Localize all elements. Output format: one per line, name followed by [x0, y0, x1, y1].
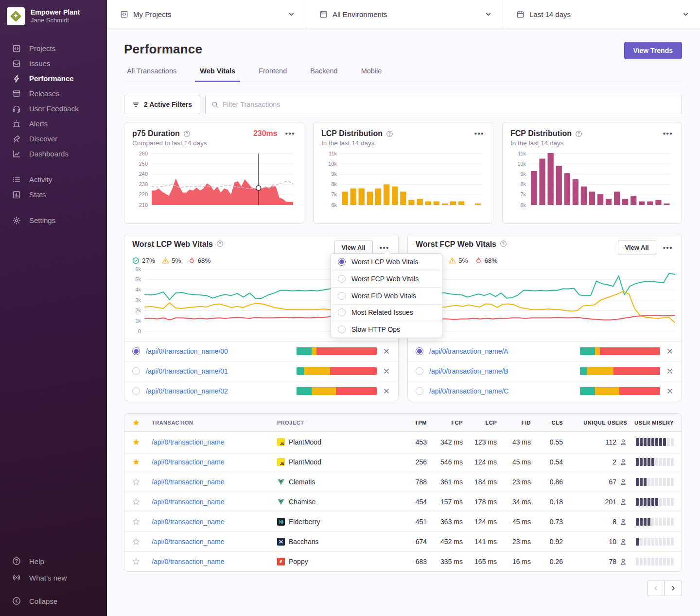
dropdown-item-worst-lcp-web-vitals[interactable]: Worst LCP Web Vitals [331, 254, 442, 271]
svg-text:10k: 10k [328, 161, 337, 167]
p75-duration-chart[interactable]: 260250240230220210 [132, 151, 296, 210]
overflow-menu-button[interactable] [662, 131, 674, 137]
sidebar-item-dashboards[interactable]: Dashboards [0, 146, 107, 161]
lcp-distribution-chart[interactable]: 11k10k9k8k7k6k [321, 151, 485, 210]
column-header-unique-users[interactable]: UNIQUE USERS [563, 420, 627, 426]
vitals-legend-value: 68% [198, 257, 211, 264]
dropdown-radio[interactable] [338, 325, 346, 333]
pagination-next-button[interactable] [665, 581, 682, 596]
transaction-link[interactable]: /api/0/transaction_name [152, 458, 277, 466]
project-selector[interactable]: My Projects [107, 0, 306, 29]
star-icon[interactable] [132, 458, 140, 466]
column-header-transaction[interactable]: TRANSACTION [152, 420, 277, 426]
column-header-fid[interactable]: FID [497, 420, 531, 426]
column-header-fcp[interactable]: FCP [427, 420, 463, 426]
star-icon[interactable] [132, 419, 140, 427]
transaction-link[interactable]: /api/0/transaction_name/B [429, 367, 574, 375]
view-trends-button[interactable]: View Trends [624, 42, 682, 59]
sidebar-item-settings[interactable]: Settings [0, 213, 107, 228]
overflow-menu-button[interactable] [662, 245, 674, 251]
search-input[interactable] [223, 101, 676, 108]
sidebar-item-user-feedback[interactable]: User Feedback [0, 101, 107, 116]
transaction-link[interactable]: /api/0/transaction_name [152, 538, 277, 546]
tab-mobile[interactable]: Mobile [356, 67, 387, 82]
overflow-menu-button[interactable] [284, 131, 296, 137]
dropdown-item-label: Slow HTTP Ops [351, 325, 400, 333]
transaction-link[interactable]: /api/0/transaction_name/01 [146, 367, 291, 375]
org-switcher[interactable]: Empower Plant Jane Schmidt [0, 0, 107, 30]
close-icon[interactable] [666, 347, 674, 355]
column-header-tpm[interactable]: TPM [399, 420, 427, 426]
nav-feedback-icon [12, 104, 21, 113]
dropdown-radio[interactable] [338, 308, 346, 316]
star-icon[interactable] [132, 558, 140, 565]
view-all-button[interactable]: View All [618, 240, 656, 255]
cell-fcp: 157 ms [427, 498, 463, 506]
transaction-radio[interactable] [132, 387, 140, 395]
transaction-link[interactable]: /api/0/transaction_name [152, 478, 277, 486]
star-icon[interactable] [132, 478, 140, 486]
star-icon[interactable] [132, 518, 140, 526]
dropdown-radio[interactable] [338, 258, 346, 266]
help-icon[interactable] [386, 130, 393, 137]
active-filters-button[interactable]: 2 Active Filters [124, 95, 200, 114]
transaction-radio[interactable] [132, 347, 140, 355]
transaction-link[interactable]: /api/0/transaction_name/02 [146, 387, 291, 395]
transaction-link[interactable]: /api/0/transaction_name/00 [146, 347, 291, 355]
fcp-distribution-chart[interactable]: 11k10k9k8k7k6k [510, 151, 674, 210]
star-icon[interactable] [132, 498, 140, 506]
sidebar-item-discover[interactable]: Discover [0, 131, 107, 146]
sidebar-collapse-button[interactable]: Collapse [0, 593, 107, 609]
transaction-radio[interactable] [132, 367, 140, 375]
help-icon[interactable] [183, 130, 191, 137]
star-icon[interactable] [132, 538, 140, 546]
transaction-link[interactable]: /api/0/transaction_name [152, 558, 277, 565]
sidebar-item-issues[interactable]: Issues [0, 56, 107, 71]
close-icon[interactable] [383, 347, 390, 355]
transaction-link[interactable]: /api/0/transaction_name/A [429, 347, 574, 355]
transaction-radio[interactable] [416, 367, 423, 375]
transaction-link[interactable]: /api/0/transaction_name [152, 438, 277, 446]
tab-web-vitals[interactable]: Web Vitals [195, 67, 240, 82]
transaction-radio[interactable] [416, 347, 423, 355]
pagination-previous-button[interactable] [647, 581, 665, 596]
dropdown-item-slow-http-ops[interactable]: Slow HTTP Ops [331, 321, 442, 338]
dropdown-radio[interactable] [338, 275, 346, 283]
sidebar-item-releases[interactable]: Releases [0, 86, 107, 101]
sidebar-item-what-s-new[interactable]: What’s new [0, 569, 107, 586]
sidebar-item-performance[interactable]: Performance [0, 71, 107, 86]
sidebar-item-activity[interactable]: Activity [0, 172, 107, 187]
column-header-lcp[interactable]: LCP [463, 420, 497, 426]
tab-backend[interactable]: Backend [305, 67, 342, 82]
javascript-platform-icon: JS [277, 438, 285, 446]
transaction-link[interactable]: /api/0/transaction_name/C [429, 387, 574, 395]
tab-all-transactions[interactable]: All Transactions [122, 67, 181, 82]
close-icon[interactable] [666, 387, 674, 395]
date-range-selector[interactable]: Last 14 days [503, 0, 700, 29]
help-icon[interactable] [500, 240, 507, 247]
close-icon[interactable] [383, 387, 390, 395]
help-icon[interactable] [575, 130, 582, 137]
star-icon[interactable] [132, 438, 140, 446]
column-header-project[interactable]: PROJECT [277, 420, 399, 426]
environment-selector[interactable]: All Environments [306, 0, 503, 29]
worst-fcp-chart[interactable]: 6k5k4k3k2k1k0 [412, 266, 678, 336]
transaction-radio[interactable] [416, 387, 423, 395]
close-icon[interactable] [383, 367, 390, 375]
dropdown-item-most-related-issues[interactable]: Most Related Issues [331, 304, 442, 321]
dropdown-item-worst-fcp-web-vitals[interactable]: Worst FCP Web Vitals [331, 271, 442, 288]
column-header-user-misery[interactable]: USER MISERY [627, 420, 674, 426]
transaction-link[interactable]: /api/0/transaction_name [152, 498, 277, 506]
tab-frontend[interactable]: Frontend [254, 67, 292, 82]
help-icon[interactable] [216, 240, 224, 247]
dropdown-radio[interactable] [338, 292, 346, 300]
transaction-link[interactable]: /api/0/transaction_name [152, 518, 277, 526]
sidebar-item-stats[interactable]: Stats [0, 187, 107, 202]
sidebar-item-projects[interactable]: Projects [0, 41, 107, 56]
sidebar-item-help[interactable]: Help [0, 553, 107, 569]
close-icon[interactable] [666, 367, 674, 375]
dropdown-item-worst-fid-web-vitals[interactable]: Worst FID Web Vitals [331, 287, 442, 304]
overflow-menu-button[interactable] [473, 131, 485, 137]
sidebar-item-alerts[interactable]: Alerts [0, 116, 107, 131]
column-header-cls[interactable]: CLS [531, 420, 563, 426]
